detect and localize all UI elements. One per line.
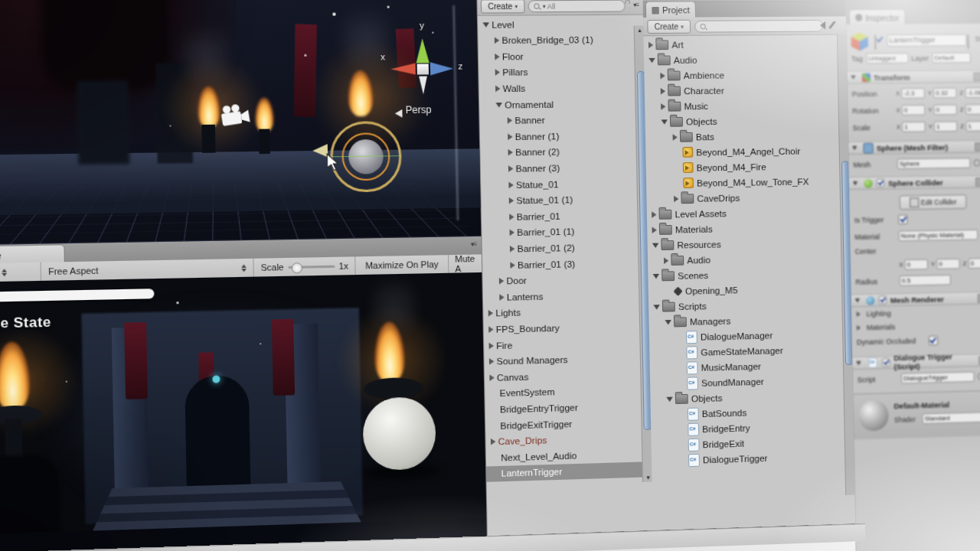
hierarchy-item[interactable]: Banner (3) (481, 159, 644, 177)
collider-center-z-field[interactable]: 0 (968, 258, 980, 269)
hierarchy-item[interactable]: Statue_01 (1) (481, 191, 643, 209)
enabled-checkbox[interactable] (878, 296, 887, 305)
hierarchy-item[interactable]: Floor (479, 47, 643, 64)
transform-scale-x-field[interactable]: 1 (902, 122, 926, 132)
hierarchy-item[interactable]: Barrier_01 (2) (482, 238, 644, 256)
layer-dropdown[interactable]: Default (932, 53, 971, 64)
disclosure-closed-icon[interactable] (495, 54, 500, 60)
docs-icon[interactable] (975, 142, 980, 152)
hud-progress-bar[interactable] (0, 289, 154, 302)
disclosure-open-icon[interactable] (653, 305, 660, 310)
mesh-filter-header[interactable]: Sphere (Mesh Filter) (848, 140, 980, 155)
scale-slider[interactable] (288, 265, 335, 268)
hierarchy-item[interactable]: Banner (2) (480, 143, 643, 161)
object-name-field[interactable]: LanternTrigger (887, 34, 966, 47)
mesh-renderer-subrow[interactable]: Lighting (856, 307, 980, 318)
disclosure-closed-icon[interactable] (508, 181, 514, 188)
camera-gizmo-icon[interactable] (218, 100, 256, 133)
transform-rotation-z-field[interactable]: 0 (965, 104, 980, 115)
transform-position-y-field[interactable]: 0.32 (933, 88, 957, 99)
project-item[interactable]: Music (645, 96, 846, 114)
disclosure-open-icon[interactable] (852, 146, 858, 150)
disclosure-closed-icon[interactable] (857, 325, 861, 331)
hierarchy-item[interactable]: Broken_Bridge_03 (1) (478, 31, 643, 48)
tag-dropdown[interactable]: Untagged (866, 53, 908, 64)
disclosure-closed-icon[interactable] (664, 257, 668, 264)
disclosure-closed-icon[interactable] (652, 211, 656, 218)
disclosure-closed-icon[interactable] (508, 117, 513, 124)
disclosure-closed-icon[interactable] (499, 278, 505, 285)
transform-scale-z-field[interactable]: 1 (965, 121, 980, 132)
project-search-input[interactable] (694, 20, 823, 33)
mesh-renderer-header[interactable]: Mesh Renderer (851, 292, 980, 308)
disclosure-closed-icon[interactable] (495, 85, 501, 92)
enabled-checkbox[interactable] (877, 179, 885, 187)
disclosure-closed-icon[interactable] (495, 37, 500, 44)
enabled-checkbox[interactable] (882, 358, 890, 367)
hierarchy-item[interactable]: Banner (479, 111, 643, 129)
hierarchy-item[interactable]: Barrier_01 (482, 207, 643, 225)
persp-label[interactable]: Persp (406, 104, 432, 116)
disclosure-open-icon[interactable] (662, 119, 668, 124)
disclosure-closed-icon[interactable] (489, 358, 495, 365)
mesh-renderer-subrow[interactable]: Materials (856, 321, 980, 332)
hierarchy-item[interactable]: Barrier_01 (1) (482, 223, 643, 241)
disclosure-open-icon[interactable] (495, 102, 502, 107)
hierarchy-create-button[interactable]: Create ▾ (481, 0, 525, 14)
display-dropdown[interactable]: Display 1 (0, 262, 41, 282)
disclosure-closed-icon[interactable] (510, 262, 515, 269)
disclosure-closed-icon[interactable] (495, 70, 501, 77)
disclosure-closed-icon[interactable] (510, 246, 515, 253)
disclosure-closed-icon[interactable] (661, 103, 665, 110)
dynamic-occluded-checkbox[interactable] (928, 336, 937, 346)
disclosure-closed-icon[interactable] (488, 326, 494, 333)
script-component-header[interactable]: Dialogue Trigger (Script) (852, 354, 980, 370)
material-preview-bar[interactable]: Default-Material Shader Standard (853, 390, 980, 440)
hierarchy-item[interactable]: Pillars (479, 64, 643, 80)
transform-rotation-x-field[interactable]: 0 (902, 105, 926, 116)
docs-icon[interactable] (973, 72, 980, 81)
axis-z-cone[interactable] (430, 62, 453, 75)
disclosure-closed-icon[interactable] (508, 165, 514, 172)
collider-center-y-field[interactable]: 0 (936, 259, 960, 269)
project-item[interactable]: Character (645, 81, 846, 99)
object-picker-icon[interactable] (978, 373, 980, 380)
disclosure-closed-icon[interactable] (509, 197, 514, 204)
disclosure-closed-icon[interactable] (661, 87, 665, 94)
hierarchy-search-input[interactable]: ▾ All (528, 0, 626, 12)
physic-material-field[interactable]: None (Physic Material) (898, 230, 978, 241)
disclosure-open-icon[interactable] (855, 298, 861, 302)
collider-center-x-field[interactable]: 0 (904, 259, 928, 270)
axis-x-cone[interactable] (390, 64, 416, 75)
tab-project[interactable]: Project (645, 1, 697, 18)
disclosure-closed-icon[interactable] (499, 294, 505, 301)
panel-menu-icon[interactable]: ▾≡ (471, 240, 476, 248)
transform-scale-y-field[interactable]: 1 (934, 121, 958, 132)
sphere-collider-header[interactable]: Sphere Collider (849, 175, 980, 191)
disclosure-open-icon[interactable] (482, 22, 489, 27)
tab-inspector[interactable]: Inspector (849, 9, 906, 25)
disclosure-closed-icon[interactable] (660, 72, 665, 79)
disclosure-open-icon[interactable] (853, 181, 858, 185)
shader-dropdown[interactable]: Standard (922, 412, 980, 424)
disclosure-closed-icon[interactable] (674, 195, 678, 202)
project-item[interactable]: Audio (644, 51, 842, 68)
object-picker-icon[interactable] (973, 159, 980, 167)
disclosure-open-icon[interactable] (648, 57, 655, 62)
disclosure-open-icon[interactable] (653, 273, 660, 279)
disclosure-open-icon[interactable] (851, 76, 856, 80)
edit-pen-icon[interactable] (828, 21, 836, 29)
hierarchy-item[interactable]: Level (478, 16, 639, 32)
axis-y-cone[interactable] (416, 38, 430, 63)
hierarchy-item[interactable]: Walls (479, 80, 644, 96)
disclosure-closed-icon[interactable] (652, 227, 656, 233)
disclosure-closed-icon[interactable] (489, 374, 495, 381)
transform-position-z-field[interactable]: -1.08 (965, 87, 980, 98)
mute-audio-button[interactable]: Mute A (448, 254, 482, 272)
docs-icon[interactable] (975, 177, 980, 186)
disclosure-closed-icon[interactable] (491, 439, 496, 445)
disclosure-closed-icon[interactable] (508, 133, 513, 140)
disclosure-open-icon[interactable] (652, 243, 659, 248)
active-checkbox[interactable] (874, 34, 876, 50)
history-back-icon[interactable] (820, 21, 825, 30)
